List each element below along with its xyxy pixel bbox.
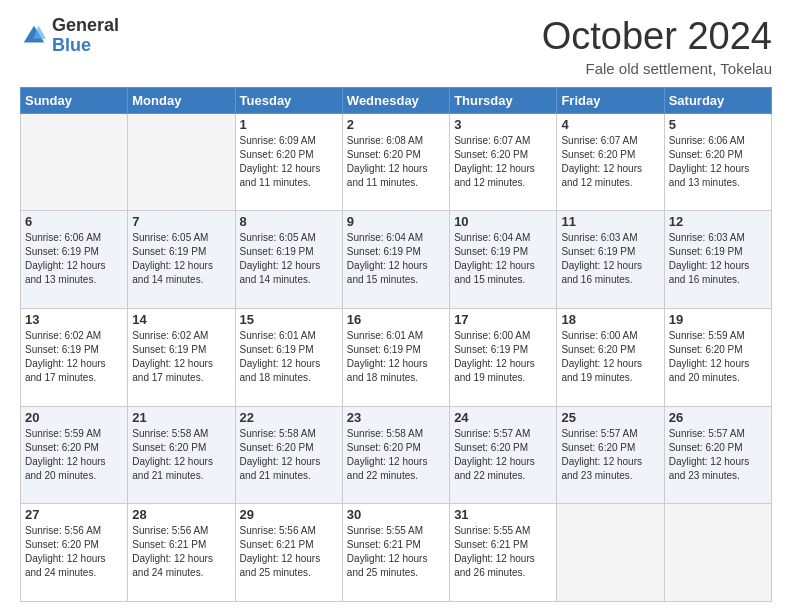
calendar-cell: 6Sunrise: 6:06 AM Sunset: 6:19 PM Daylig… [21,211,128,309]
day-info: Sunrise: 5:58 AM Sunset: 6:20 PM Dayligh… [347,427,445,483]
day-number: 27 [25,507,123,522]
location-title: Fale old settlement, Tokelau [542,60,772,77]
day-number: 5 [669,117,767,132]
calendar-cell: 22Sunrise: 5:58 AM Sunset: 6:20 PM Dayli… [235,406,342,504]
calendar-cell: 18Sunrise: 6:00 AM Sunset: 6:20 PM Dayli… [557,309,664,407]
calendar-cell: 4Sunrise: 6:07 AM Sunset: 6:20 PM Daylig… [557,113,664,211]
calendar-cell: 31Sunrise: 5:55 AM Sunset: 6:21 PM Dayli… [450,504,557,602]
day-info: Sunrise: 6:04 AM Sunset: 6:19 PM Dayligh… [347,231,445,287]
day-info: Sunrise: 6:03 AM Sunset: 6:19 PM Dayligh… [669,231,767,287]
day-number: 26 [669,410,767,425]
calendar-cell [128,113,235,211]
day-number: 18 [561,312,659,327]
day-number: 12 [669,214,767,229]
day-info: Sunrise: 5:59 AM Sunset: 6:20 PM Dayligh… [25,427,123,483]
day-number: 21 [132,410,230,425]
calendar-cell: 5Sunrise: 6:06 AM Sunset: 6:20 PM Daylig… [664,113,771,211]
calendar-cell: 19Sunrise: 5:59 AM Sunset: 6:20 PM Dayli… [664,309,771,407]
calendar-cell [21,113,128,211]
day-info: Sunrise: 6:08 AM Sunset: 6:20 PM Dayligh… [347,134,445,190]
day-number: 19 [669,312,767,327]
calendar-week-row: 20Sunrise: 5:59 AM Sunset: 6:20 PM Dayli… [21,406,772,504]
day-number: 4 [561,117,659,132]
day-number: 24 [454,410,552,425]
calendar-cell: 30Sunrise: 5:55 AM Sunset: 6:21 PM Dayli… [342,504,449,602]
day-info: Sunrise: 6:03 AM Sunset: 6:19 PM Dayligh… [561,231,659,287]
day-info: Sunrise: 6:00 AM Sunset: 6:19 PM Dayligh… [454,329,552,385]
calendar-cell: 10Sunrise: 6:04 AM Sunset: 6:19 PM Dayli… [450,211,557,309]
calendar-cell [664,504,771,602]
logo: General Blue [20,16,119,56]
day-number: 11 [561,214,659,229]
day-number: 30 [347,507,445,522]
day-number: 10 [454,214,552,229]
day-info: Sunrise: 6:01 AM Sunset: 6:19 PM Dayligh… [240,329,338,385]
day-number: 8 [240,214,338,229]
calendar-cell: 3Sunrise: 6:07 AM Sunset: 6:20 PM Daylig… [450,113,557,211]
calendar-cell: 23Sunrise: 5:58 AM Sunset: 6:20 PM Dayli… [342,406,449,504]
month-title: October 2024 [542,16,772,58]
day-info: Sunrise: 5:55 AM Sunset: 6:21 PM Dayligh… [454,524,552,580]
calendar-cell: 12Sunrise: 6:03 AM Sunset: 6:19 PM Dayli… [664,211,771,309]
calendar-cell: 15Sunrise: 6:01 AM Sunset: 6:19 PM Dayli… [235,309,342,407]
day-number: 17 [454,312,552,327]
calendar-cell: 26Sunrise: 5:57 AM Sunset: 6:20 PM Dayli… [664,406,771,504]
calendar-cell: 11Sunrise: 6:03 AM Sunset: 6:19 PM Dayli… [557,211,664,309]
day-info: Sunrise: 5:57 AM Sunset: 6:20 PM Dayligh… [454,427,552,483]
day-number: 28 [132,507,230,522]
logo-blue-text: Blue [52,35,91,55]
day-info: Sunrise: 5:57 AM Sunset: 6:20 PM Dayligh… [561,427,659,483]
day-number: 14 [132,312,230,327]
calendar-cell: 17Sunrise: 6:00 AM Sunset: 6:19 PM Dayli… [450,309,557,407]
day-info: Sunrise: 6:02 AM Sunset: 6:19 PM Dayligh… [132,329,230,385]
day-info: Sunrise: 5:56 AM Sunset: 6:21 PM Dayligh… [240,524,338,580]
day-number: 3 [454,117,552,132]
day-number: 15 [240,312,338,327]
day-info: Sunrise: 6:06 AM Sunset: 6:20 PM Dayligh… [669,134,767,190]
title-block: October 2024 Fale old settlement, Tokela… [542,16,772,77]
day-info: Sunrise: 5:57 AM Sunset: 6:20 PM Dayligh… [669,427,767,483]
day-info: Sunrise: 5:59 AM Sunset: 6:20 PM Dayligh… [669,329,767,385]
calendar-cell: 20Sunrise: 5:59 AM Sunset: 6:20 PM Dayli… [21,406,128,504]
calendar-cell: 13Sunrise: 6:02 AM Sunset: 6:19 PM Dayli… [21,309,128,407]
day-number: 22 [240,410,338,425]
day-number: 29 [240,507,338,522]
day-info: Sunrise: 5:58 AM Sunset: 6:20 PM Dayligh… [132,427,230,483]
calendar-cell [557,504,664,602]
calendar-cell: 25Sunrise: 5:57 AM Sunset: 6:20 PM Dayli… [557,406,664,504]
calendar-header-saturday: Saturday [664,87,771,113]
calendar-header-thursday: Thursday [450,87,557,113]
calendar-cell: 1Sunrise: 6:09 AM Sunset: 6:20 PM Daylig… [235,113,342,211]
calendar-header-tuesday: Tuesday [235,87,342,113]
logo-icon [20,22,48,50]
calendar-week-row: 6Sunrise: 6:06 AM Sunset: 6:19 PM Daylig… [21,211,772,309]
day-info: Sunrise: 6:01 AM Sunset: 6:19 PM Dayligh… [347,329,445,385]
calendar-cell: 14Sunrise: 6:02 AM Sunset: 6:19 PM Dayli… [128,309,235,407]
calendar-cell: 24Sunrise: 5:57 AM Sunset: 6:20 PM Dayli… [450,406,557,504]
day-number: 2 [347,117,445,132]
day-info: Sunrise: 6:02 AM Sunset: 6:19 PM Dayligh… [25,329,123,385]
calendar-header-wednesday: Wednesday [342,87,449,113]
day-number: 25 [561,410,659,425]
calendar-cell: 7Sunrise: 6:05 AM Sunset: 6:19 PM Daylig… [128,211,235,309]
day-info: Sunrise: 6:07 AM Sunset: 6:20 PM Dayligh… [454,134,552,190]
day-info: Sunrise: 5:55 AM Sunset: 6:21 PM Dayligh… [347,524,445,580]
calendar-cell: 2Sunrise: 6:08 AM Sunset: 6:20 PM Daylig… [342,113,449,211]
day-info: Sunrise: 5:58 AM Sunset: 6:20 PM Dayligh… [240,427,338,483]
calendar-cell: 21Sunrise: 5:58 AM Sunset: 6:20 PM Dayli… [128,406,235,504]
calendar-table: SundayMondayTuesdayWednesdayThursdayFrid… [20,87,772,602]
day-info: Sunrise: 6:05 AM Sunset: 6:19 PM Dayligh… [132,231,230,287]
day-info: Sunrise: 6:06 AM Sunset: 6:19 PM Dayligh… [25,231,123,287]
day-number: 20 [25,410,123,425]
calendar-header-friday: Friday [557,87,664,113]
day-number: 31 [454,507,552,522]
day-number: 9 [347,214,445,229]
calendar-cell: 27Sunrise: 5:56 AM Sunset: 6:20 PM Dayli… [21,504,128,602]
calendar-cell: 29Sunrise: 5:56 AM Sunset: 6:21 PM Dayli… [235,504,342,602]
logo-general-text: General [52,15,119,35]
day-info: Sunrise: 6:04 AM Sunset: 6:19 PM Dayligh… [454,231,552,287]
day-info: Sunrise: 6:07 AM Sunset: 6:20 PM Dayligh… [561,134,659,190]
day-info: Sunrise: 6:05 AM Sunset: 6:19 PM Dayligh… [240,231,338,287]
day-number: 1 [240,117,338,132]
day-number: 6 [25,214,123,229]
